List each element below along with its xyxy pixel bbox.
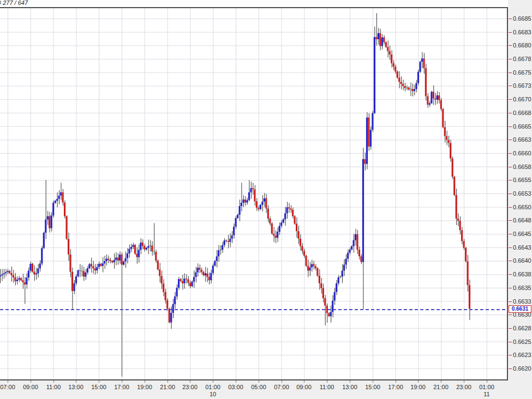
candle xyxy=(138,250,140,257)
candle xyxy=(153,251,155,252)
candle xyxy=(438,95,440,100)
candle xyxy=(356,234,358,250)
candle xyxy=(68,239,69,255)
candle xyxy=(349,250,351,253)
candle xyxy=(275,235,277,238)
candle xyxy=(229,239,231,242)
candle xyxy=(20,278,22,280)
price-axis-label: 0.6645 xyxy=(513,231,531,237)
candle xyxy=(110,260,111,261)
candle xyxy=(264,198,265,202)
candle xyxy=(448,140,450,143)
candle xyxy=(111,261,113,262)
price-axis-tick xyxy=(509,59,512,59)
price-axis-label: 0.6643 xyxy=(513,244,531,251)
candle xyxy=(446,136,447,140)
candle xyxy=(35,273,37,274)
candle xyxy=(208,277,210,280)
price-axis: 0.66850.66830.66800.66780.66750.66730.66… xyxy=(508,0,532,399)
candle xyxy=(427,96,428,105)
time-axis-tick xyxy=(487,380,487,383)
candle xyxy=(205,274,206,276)
candle xyxy=(303,251,305,256)
price-axis-tick xyxy=(509,113,512,113)
candle xyxy=(322,288,324,298)
candle xyxy=(69,255,71,272)
price-axis-label: 0.6678 xyxy=(513,56,531,62)
bar-counter-text: # 277 / 647 xyxy=(0,0,28,6)
candle xyxy=(216,256,218,261)
candle xyxy=(250,188,252,192)
candle xyxy=(66,216,68,239)
candle xyxy=(298,231,300,239)
candle xyxy=(125,258,127,262)
candle xyxy=(394,66,396,71)
price-axis-label: 0.6640 xyxy=(513,257,531,264)
price-axis-tick xyxy=(509,247,512,248)
candle xyxy=(355,234,356,240)
candle xyxy=(265,198,267,209)
time-axis-tick xyxy=(418,380,419,383)
candle xyxy=(290,208,292,209)
candle xyxy=(360,256,362,262)
candle xyxy=(92,266,94,268)
candle xyxy=(176,288,178,297)
candle xyxy=(33,272,35,275)
candle xyxy=(343,265,345,271)
candle xyxy=(218,250,219,256)
candle xyxy=(319,276,320,283)
candle xyxy=(7,271,9,272)
candle xyxy=(163,283,164,292)
time-axis-tick xyxy=(236,380,236,383)
candle xyxy=(199,268,200,270)
candle xyxy=(465,248,467,262)
candle xyxy=(32,264,33,272)
time-axis-label: 07:00 xyxy=(270,384,294,390)
candle xyxy=(166,300,168,309)
candle xyxy=(107,259,109,260)
candle xyxy=(339,277,341,277)
candle xyxy=(41,248,43,263)
price-axis-tick xyxy=(509,368,512,369)
candle xyxy=(195,273,196,277)
candle xyxy=(228,241,229,242)
price-axis-label: 0.6620 xyxy=(513,365,531,372)
candle xyxy=(214,261,216,266)
candle xyxy=(463,241,465,248)
candle xyxy=(336,283,337,292)
price-axis-tick xyxy=(509,126,512,127)
time-axis-tick xyxy=(441,380,441,383)
candle xyxy=(13,275,14,277)
date-label: 10 xyxy=(201,391,225,397)
price-axis-tick xyxy=(509,315,512,315)
candle xyxy=(150,245,151,246)
price-axis-tick xyxy=(509,274,512,275)
time-axis-tick xyxy=(259,380,259,383)
candle xyxy=(444,127,446,136)
candle xyxy=(146,248,147,250)
price-chart-plot[interactable] xyxy=(0,7,508,380)
candle xyxy=(242,200,244,203)
candle xyxy=(169,309,170,322)
candle xyxy=(315,266,316,268)
candle xyxy=(1,274,3,275)
candle xyxy=(178,279,180,288)
candle xyxy=(182,281,183,283)
candle xyxy=(106,259,107,261)
candle xyxy=(151,245,153,251)
price-axis-label: 0.6665 xyxy=(513,123,531,130)
candle xyxy=(26,277,27,285)
candle xyxy=(358,250,360,256)
candle xyxy=(180,279,182,281)
candle xyxy=(364,159,366,164)
price-axis-tick xyxy=(509,99,512,100)
candle xyxy=(79,270,81,271)
candle xyxy=(330,312,332,316)
candle xyxy=(309,268,310,271)
candle xyxy=(408,88,410,90)
candle xyxy=(423,58,425,68)
candle xyxy=(172,304,174,313)
time-axis-tick xyxy=(396,380,396,383)
current-price-label: 0.6631 xyxy=(509,305,531,313)
candle xyxy=(225,240,227,241)
